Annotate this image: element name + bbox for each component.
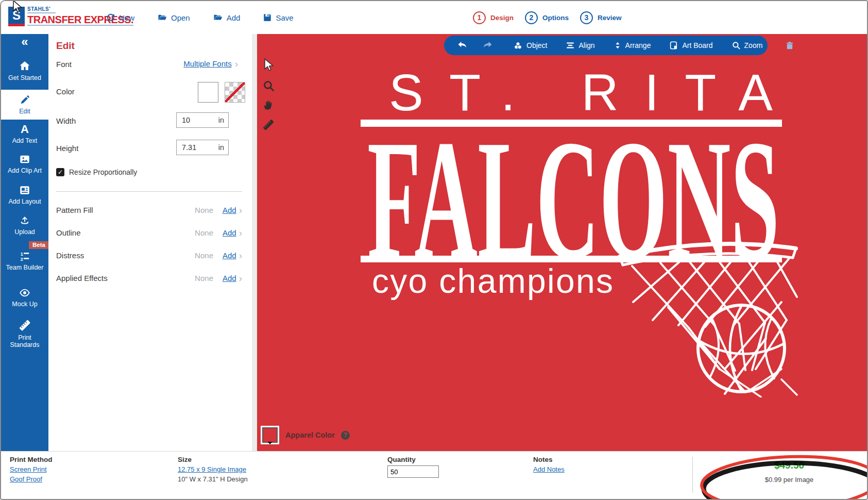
price-per-image: $0.99 per Image (733, 476, 846, 484)
width-input[interactable] (181, 115, 213, 125)
resize-proportionally-checkbox[interactable] (56, 168, 64, 176)
height-inputbox: in (176, 140, 229, 155)
align-button[interactable]: Align (563, 40, 598, 51)
sidebar-collapse-button[interactable] (1, 34, 48, 52)
panel-title: Edit (56, 40, 75, 52)
distress-row: Distress None Add (56, 249, 242, 261)
outline-add-link[interactable]: Add (223, 228, 236, 237)
edit-panel: Edit Font Multiple Fonts Color Width in … (48, 34, 252, 452)
chevron-right-icon[interactable] (239, 251, 242, 260)
svg-text:2: 2 (21, 257, 23, 262)
goof-proof-link[interactable]: Goof Proof (10, 475, 53, 483)
layout-icon (19, 185, 31, 196)
design-artwork[interactable]: ST. RITA FALCONS cyo champions (359, 60, 799, 397)
pattern-fill-row: Pattern Fill None Add (56, 204, 242, 215)
color-swatch-none[interactable] (225, 82, 245, 103)
notes-section: Notes Add Notes (533, 456, 565, 473)
refresh-icon (106, 13, 115, 22)
chevron-right-icon[interactable] (235, 59, 238, 69)
multiple-fonts-link[interactable]: Multiple Fonts (183, 59, 231, 68)
step-design[interactable]: 1 Design (473, 11, 514, 24)
numbered-list-icon: 1 2 (19, 251, 31, 262)
undo-icon (457, 41, 469, 50)
pattern-fill-add-link[interactable]: Add (223, 206, 236, 214)
svg-text:1: 1 (21, 251, 23, 256)
size-detail: 10" W x 7.31" H Design (178, 475, 248, 483)
chevron-right-icon[interactable] (239, 273, 242, 283)
apparel-color-swatch[interactable] (261, 426, 279, 444)
width-unit: in (218, 116, 224, 124)
chevron-right-icon[interactable] (239, 205, 242, 215)
magnifier-icon (731, 41, 741, 50)
art-board-icon (669, 41, 678, 50)
arrange-button[interactable]: Arrange (610, 40, 654, 51)
step-options[interactable]: 2 Options (525, 11, 569, 24)
order-summary-bar: Print Method Screen Print Goof Proof Siz… (1, 451, 867, 499)
sidebar-item-mock-up[interactable]: Mock Up (1, 281, 48, 313)
add-notes-link[interactable]: Add Notes (533, 465, 565, 473)
width-label: Width (56, 116, 76, 125)
screen-print-link[interactable]: Screen Print (10, 465, 53, 473)
design-line3[interactable]: cyo champions (372, 262, 613, 300)
folder-add-icon (213, 13, 223, 22)
font-label: Font (56, 60, 72, 69)
beta-badge: Beta (29, 241, 49, 249)
outline-row: Outline None Add (56, 227, 242, 238)
add-button[interactable]: Add (210, 12, 244, 23)
quantity-input[interactable] (387, 465, 439, 478)
sidebar-item-edit[interactable]: Edit (1, 90, 48, 120)
open-button[interactable]: Open (154, 12, 193, 23)
measure-ruler-icon[interactable] (262, 118, 275, 131)
pan-hand-icon[interactable] (262, 98, 275, 112)
pointer-tool-icon[interactable] (262, 58, 275, 73)
redo-icon (481, 41, 492, 50)
art-board-button[interactable]: Art Board (666, 40, 716, 51)
logo-stahls-text: STAHLS' (27, 7, 56, 13)
quantity-title: Quantity (387, 456, 439, 463)
object-button[interactable]: Object (510, 40, 550, 51)
save-button[interactable]: Save (260, 12, 296, 23)
pencil-icon (19, 94, 30, 106)
color-label: Color (56, 87, 75, 96)
file-actions: New Open Add Save (103, 1, 297, 34)
image-icon (19, 154, 31, 165)
design-canvas[interactable]: Object Align Arrange Art Board (257, 34, 867, 452)
sidebar-item-add-text[interactable]: A Add Text (1, 120, 48, 148)
distress-add-link[interactable]: Add (223, 251, 236, 260)
color-swatch-white[interactable] (198, 82, 218, 103)
distress-value: None (195, 251, 213, 260)
sidebar-item-get-started[interactable]: Get Started (1, 52, 48, 90)
app-window: S STAHLS' TRANSFER EXPRESS. New Open (0, 0, 868, 500)
sidebar-item-print-standards[interactable]: Print Standards (3, 313, 47, 354)
apparel-color-label: Apparel Color (285, 431, 335, 439)
align-lines-icon (566, 41, 575, 50)
apparel-color-row: Apparel Color ? (261, 426, 350, 444)
help-icon[interactable]: ? (341, 431, 350, 440)
size-link[interactable]: 12.75 x 9 Single Image (178, 465, 248, 473)
home-icon (19, 60, 31, 72)
delete-button[interactable] (785, 41, 794, 51)
height-input[interactable] (181, 143, 213, 152)
letter-a-icon: A (21, 124, 29, 135)
folder-open-icon (157, 13, 167, 22)
print-method-title: Print Method (10, 456, 53, 463)
applied-effects-add-link[interactable]: Add (223, 274, 236, 282)
object-circles-icon (513, 41, 523, 51)
sidebar-item-upload[interactable]: Upload (1, 210, 48, 240)
zoom-tool-icon[interactable] (262, 79, 275, 92)
applied-effects-value: None (195, 274, 213, 282)
canvas-tools (259, 58, 278, 131)
chevron-right-icon[interactable] (239, 228, 242, 238)
eye-icon (18, 287, 31, 298)
sidebar-item-add-clip-art[interactable]: Add Clip Art (1, 148, 48, 179)
redo-button[interactable] (481, 41, 492, 50)
zoom-button[interactable]: Zoom (728, 40, 766, 51)
upload-icon (19, 215, 31, 226)
step-review[interactable]: 3 Review (580, 11, 622, 24)
new-button[interactable]: New (103, 12, 138, 23)
sidebar: Get Started Edit A Add Text Add Clip Art (1, 34, 48, 452)
sidebar-item-team-builder[interactable]: Beta 1 2 Team Builder (1, 240, 48, 281)
undo-button[interactable] (457, 41, 469, 50)
sidebar-item-add-layout[interactable]: Add Layout (1, 179, 48, 210)
height-label: Height (56, 144, 78, 153)
